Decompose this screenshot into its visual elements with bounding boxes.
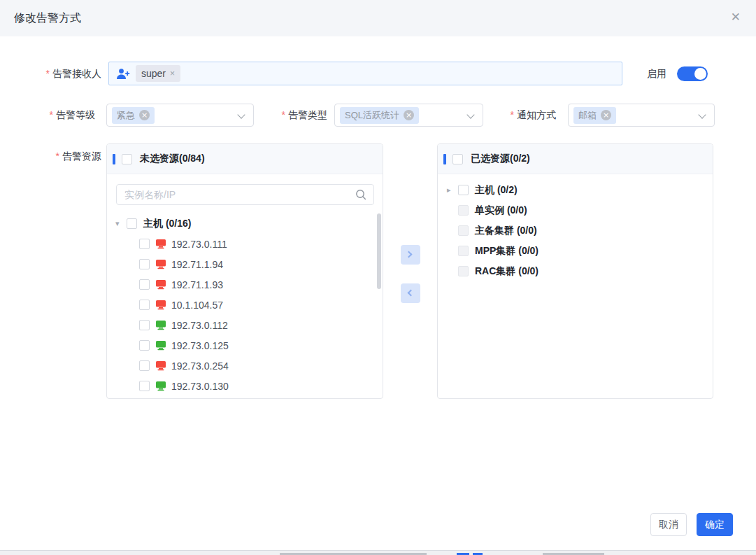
enable-toggle[interactable] [677,66,708,81]
remove-tag-icon[interactable]: × [139,110,150,120]
checkbox[interactable] [139,259,150,269]
host-status-icon [155,381,166,391]
unselected-items: 192.73.0.111 192.71.1.94 192.71.1.93 10.… [107,234,383,396]
checkbox[interactable] [458,185,469,195]
checkbox[interactable] [139,279,150,290]
accent-bar [443,154,446,164]
recipient-label: *告警接收人 [0,62,101,85]
unselected-panel-title: 未选资源(0/84) [140,153,205,165]
group-label: 主机 (0/2) [475,184,518,197]
resource-ip: 192.73.0.111 [171,239,227,250]
level-select[interactable]: 紧急 × [106,104,254,127]
resource-item[interactable]: 192.73.0.112 [107,315,383,335]
checkbox[interactable] [139,300,150,310]
scrollbar-thumb[interactable] [377,213,381,289]
chevron-right-icon [406,251,413,258]
dialog-header: 修改告警方式 ✕ [0,0,756,36]
host-status-icon [155,360,166,371]
chevron-down-icon [698,111,706,118]
caret-right-icon[interactable]: ▸ [447,185,458,195]
checkbox[interactable] [139,381,150,391]
selected-group-row[interactable]: RAC集群 (0/0) [438,261,713,281]
resource-label: *告警资源 [0,144,101,168]
checkbox[interactable] [458,266,469,276]
move-left-button[interactable] [401,283,420,303]
remove-tag-icon[interactable]: × [170,69,175,78]
remove-tag-icon[interactable]: × [404,110,414,120]
resource-item[interactable]: 192.71.1.94 [107,254,383,274]
checkbox[interactable] [139,340,150,351]
unselected-resources-panel: 未选资源(0/84) ▾ 主机 (0/16) 192.73.0.111 [106,143,383,399]
recipient-tag-text: super [141,68,166,79]
resource-ip: 192.73.0.125 [171,340,229,351]
selected-groups: ▸ 主机 (0/2) 单实例 (0/0) 主备集群 (0/0) MPP集群 (0… [438,180,713,281]
notify-select[interactable]: 邮箱 × [568,104,715,127]
notify-tag: 邮箱 × [573,107,616,124]
host-status-icon [155,259,166,269]
accent-bar [113,154,115,164]
modify-alert-dialog: 修改告警方式 ✕ *告警接收人 super × 启用 *告警等级 紧急 × *告… [0,0,756,551]
toggle-knob [694,68,706,80]
background-page-strip [0,551,756,555]
search-input[interactable] [116,184,374,205]
group-label: 主备集群 (0/0) [475,225,537,237]
checkbox[interactable] [139,320,150,330]
resource-ip: 192.73.0.112 [171,320,228,331]
type-select[interactable]: SQL活跃统计 × [334,104,483,127]
resource-item[interactable]: 192.71.1.93 [107,274,383,295]
remove-tag-icon[interactable]: × [601,110,611,120]
level-label: *告警等级 [0,104,95,127]
resource-item[interactable]: 192.73.0.130 [107,376,383,396]
move-right-button[interactable] [401,245,420,265]
resource-item[interactable]: 192.73.0.125 [107,335,383,356]
enable-label: 启用 [647,62,666,85]
recipient-tag[interactable]: super × [136,65,180,82]
recipient-input[interactable]: super × [108,62,622,85]
selected-group-row[interactable]: ▸ 主机 (0/2) [438,180,713,200]
chevron-left-icon [408,290,415,297]
host-status-icon [155,239,166,249]
resource-item[interactable]: 10.1.104.57 [107,295,383,315]
select-all-checkbox[interactable] [122,154,132,164]
resource-ip: 192.73.0.254 [171,360,229,372]
group-label: 单实例 (0/0) [475,204,527,217]
checkbox[interactable] [127,218,137,229]
checkbox[interactable] [458,225,469,236]
selected-panel-title: 已选资源(0/2) [471,153,530,165]
close-icon[interactable]: ✕ [731,10,741,24]
resource-ip: 192.73.0.130 [171,381,229,392]
checkbox[interactable] [458,205,469,216]
host-status-icon [155,340,166,351]
selected-panel-header: 已选资源(0/2) [438,144,713,174]
selected-resources-panel: 已选资源(0/2) ▸ 主机 (0/2) 单实例 (0/0) 主备集群 (0/0… [437,143,713,399]
selected-group-row[interactable]: 主备集群 (0/0) [438,220,713,241]
host-status-icon [155,279,166,290]
search-icon [355,189,366,200]
type-label: *告警类型 [264,104,327,127]
host-group-row[interactable]: ▾ 主机 (0/16) [107,213,383,234]
chevron-down-icon [237,111,245,118]
group-label: RAC集群 (0/0) [475,265,539,278]
group-label: 主机 (0/16) [143,218,191,230]
checkbox[interactable] [139,239,150,249]
selected-group-row[interactable]: MPP集群 (0/0) [438,241,713,261]
select-all-checkbox[interactable] [452,154,463,164]
selected-group-row[interactable]: 单实例 (0/0) [438,200,713,220]
cancel-button[interactable]: 取消 [650,513,687,536]
confirm-button[interactable]: 确定 [697,513,733,536]
resource-item[interactable]: 192.73.0.254 [107,356,383,376]
caret-down-icon[interactable]: ▾ [115,219,127,228]
resource-ip: 192.71.1.94 [171,259,223,270]
resource-ip: 192.71.1.93 [171,279,223,290]
type-tag: SQL活跃统计 × [340,107,419,124]
required-marker: * [46,68,50,79]
unselected-panel-header: 未选资源(0/84) [107,144,383,174]
host-status-icon [155,320,166,330]
checkbox[interactable] [458,246,469,256]
notify-label: *通知方式 [495,104,556,127]
chevron-down-icon [466,111,474,118]
user-add-icon [116,68,130,80]
resource-item[interactable]: 192.73.0.111 [107,234,383,254]
dialog-title: 修改告警方式 [14,11,81,26]
checkbox[interactable] [139,360,150,371]
